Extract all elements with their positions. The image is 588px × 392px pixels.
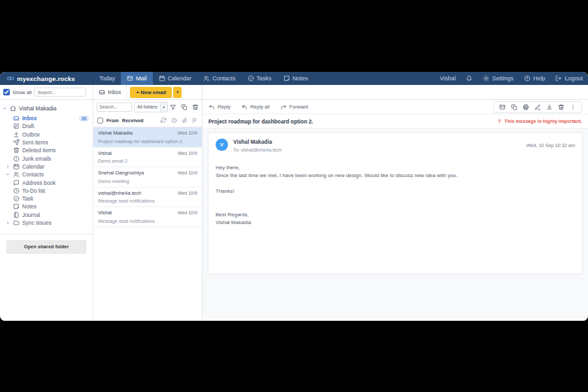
- nav-label: Mail: [136, 75, 147, 82]
- sidebar-item-sent-items[interactable]: Sent items: [0, 139, 93, 146]
- email-from: Vishal: [98, 210, 112, 216]
- sidebar-item-deleted-items[interactable]: Deleted items: [0, 146, 93, 154]
- print-icon[interactable]: [523, 104, 529, 110]
- mark-unread-icon[interactable]: [499, 104, 506, 110]
- open-shared-folder-button[interactable]: Open shared folder: [7, 240, 86, 253]
- sidebar-item-draft[interactable]: Draft: [0, 122, 93, 130]
- attachment-icon[interactable]: [182, 118, 188, 123]
- email-from: Vishal Makadia: [98, 130, 133, 136]
- email-list-controls: All folders ▾: [93, 100, 202, 114]
- sidebar-item-inbox[interactable]: Inbox 20: [0, 114, 93, 122]
- screen: myexchange.rocks Today Mail Calendar Con…: [0, 0, 588, 392]
- sidebar-item-contacts[interactable]: Contacts: [0, 171, 93, 178]
- more-options-icon[interactable]: [570, 104, 576, 110]
- settings-button[interactable]: Settings: [478, 75, 519, 82]
- flag-icon[interactable]: [192, 118, 198, 123]
- journal-icon: [13, 212, 20, 218]
- email-date: Wed 10/9: [178, 151, 197, 156]
- sidebar-item-todo-list[interactable]: To-Do list: [0, 187, 93, 195]
- trash-icon: [13, 147, 20, 154]
- calendar-icon: [159, 75, 165, 82]
- new-email-dropdown-button[interactable]: ▾: [173, 87, 182, 98]
- sidebar-item-task[interactable]: Task: [0, 195, 93, 203]
- unread-badge: 20: [79, 116, 89, 122]
- nav-item-notes[interactable]: Notes: [278, 72, 314, 85]
- folder-sidebar: Vishal Makadia Inbox 20 Draft: [0, 100, 93, 321]
- reply-button[interactable]: Reply: [208, 104, 231, 110]
- sidebar-item-label: Inbox: [22, 115, 37, 122]
- email-search-input[interactable]: [97, 103, 132, 112]
- email-list-item[interactable]: Vishal Wed 10/9 Demo email 2: [93, 148, 202, 168]
- sidebar-item-address-book[interactable]: Address book: [0, 178, 93, 186]
- email-list-item[interactable]: Vishal Wed 10/9 Message read notificatio…: [93, 207, 202, 227]
- sidebar-item-outbox[interactable]: Outbox: [0, 131, 93, 139]
- sidebar-search-input[interactable]: [34, 88, 86, 97]
- trash-icon[interactable]: [558, 104, 564, 110]
- email-list-item[interactable]: Snehal Dangroshiya Wed 10/9 Demo meeting: [93, 167, 202, 188]
- sidebar-item-label: Notes: [22, 203, 37, 210]
- tasks-icon: [248, 75, 254, 82]
- body-line: Thanks!: [216, 188, 575, 195]
- chevron-right-icon: [5, 220, 10, 225]
- inbox-icon: [99, 89, 105, 95]
- tab-inbox[interactable]: Inbox: [93, 85, 127, 99]
- edit-icon[interactable]: [534, 104, 541, 110]
- show-all-checkbox[interactable]: [3, 89, 10, 95]
- email-subject: Message read notifications: [98, 198, 197, 204]
- new-email-button[interactable]: + New email: [130, 87, 172, 98]
- folder-filter-value: All folders: [135, 105, 160, 109]
- nav-item-calendar[interactable]: Calendar: [153, 72, 198, 85]
- email-list-item[interactable]: vishal@nhe4a.tech Wed 10/9 Message read …: [93, 188, 202, 208]
- logout-button[interactable]: Logout: [550, 75, 588, 82]
- email-subject: Demo email 2: [98, 158, 197, 164]
- sidebar-item-label: Junk emails: [22, 155, 51, 162]
- folder-tree: Vishal Makadia Inbox 20 Draft: [0, 103, 93, 229]
- user-menu[interactable]: Vishal: [434, 75, 461, 82]
- body-line: Best Regards,: [216, 211, 575, 219]
- importance-icon[interactable]: [171, 118, 177, 123]
- sidebar-item-junk-emails[interactable]: Junk emails: [0, 154, 93, 162]
- sidebar-item-label: Contacts: [22, 171, 44, 178]
- help-button[interactable]: Help: [519, 75, 551, 82]
- refresh-icon[interactable]: [160, 117, 167, 123]
- copy-icon[interactable]: [181, 104, 188, 110]
- help-icon: [524, 75, 531, 82]
- nav-label: Contacts: [212, 75, 236, 82]
- nav-label: Today: [99, 75, 115, 82]
- brand[interactable]: myexchange.rocks: [0, 72, 87, 85]
- mailbox-root-label: Vishal Makadia: [19, 105, 57, 112]
- copy-icon[interactable]: [511, 104, 517, 110]
- body-line: Vishal Makadia: [216, 219, 575, 227]
- email-list-item[interactable]: Vishal Makadia Wed 10/9 Project roadmap …: [93, 127, 202, 148]
- select-all-checkbox[interactable]: [97, 118, 103, 123]
- address-book-icon: [13, 180, 20, 186]
- download-icon[interactable]: [546, 104, 553, 110]
- settings-label: Settings: [492, 75, 514, 82]
- navbar-right: Vishal Settings Help Logout: [434, 72, 588, 85]
- draft-icon: [13, 123, 20, 129]
- nav-item-today[interactable]: Today: [93, 72, 121, 85]
- nav-item-contacts[interactable]: Contacts: [197, 72, 242, 85]
- sidebar-item-label: Journal: [22, 212, 40, 218]
- notifications-button[interactable]: [461, 75, 478, 82]
- sidebar-item-notes[interactable]: Notes: [0, 203, 93, 210]
- main-nav: Today Mail Calendar Contacts Tasks: [93, 72, 314, 85]
- folder-filter-select[interactable]: All folders ▾: [134, 102, 168, 112]
- trash-icon[interactable]: [192, 104, 199, 110]
- filter-icon[interactable]: [170, 104, 176, 110]
- sidebar-item-sync-issues[interactable]: Sync issues: [0, 219, 93, 227]
- sidebar-item-label: Sync issues: [22, 220, 52, 226]
- nav-item-tasks[interactable]: Tasks: [242, 72, 278, 85]
- reply-all-button[interactable]: Reply all: [241, 104, 270, 110]
- mailbox-root[interactable]: Vishal Makadia: [0, 103, 93, 114]
- sidebar-item-journal[interactable]: Journal: [0, 211, 93, 219]
- home-icon: [10, 105, 16, 112]
- sender-block: Vishal Makadia To: vishal@nhe4a.tech: [233, 139, 282, 153]
- bell-icon: [466, 75, 472, 82]
- forward-button[interactable]: Forward: [280, 104, 308, 110]
- reply-icon: [208, 104, 215, 110]
- email-subject: Project roadmap for dashboard option 2.: [98, 139, 197, 144]
- sidebar-item-calendar[interactable]: Calendar: [0, 163, 93, 171]
- nav-item-mail[interactable]: Mail: [121, 72, 153, 85]
- body-line: [216, 180, 575, 188]
